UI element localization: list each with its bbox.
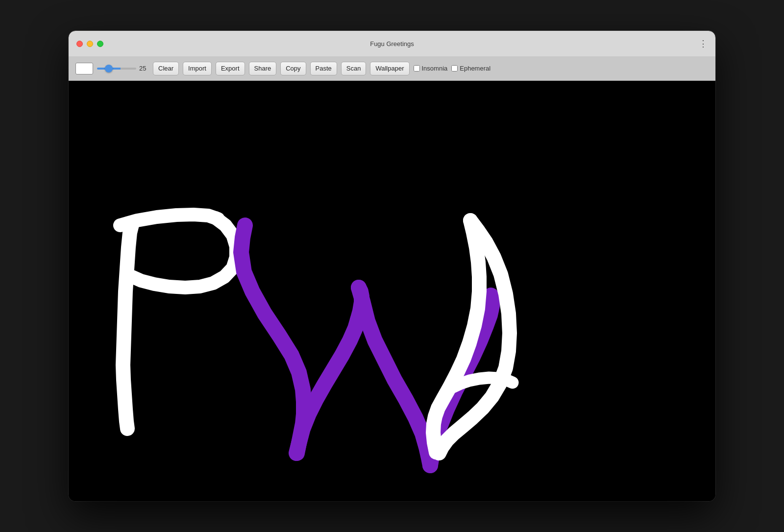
share-button[interactable]: Share bbox=[249, 62, 277, 75]
scan-button[interactable]: Scan bbox=[341, 62, 367, 75]
wallpaper-button[interactable]: Wallpaper bbox=[370, 62, 409, 75]
import-button[interactable]: Import bbox=[183, 62, 212, 75]
insomnia-text: Insomnia bbox=[422, 65, 448, 72]
color-swatch[interactable] bbox=[75, 63, 93, 74]
ephemeral-checkbox[interactable] bbox=[451, 65, 458, 72]
brush-size-value: 25 bbox=[139, 65, 149, 72]
insomnia-checkbox[interactable] bbox=[414, 65, 420, 72]
titlebar: Fugu Greetings ⋮ bbox=[69, 31, 715, 56]
ephemeral-text: Ephemeral bbox=[460, 65, 490, 72]
insomnia-label[interactable]: Insomnia bbox=[414, 65, 448, 72]
ephemeral-label[interactable]: Ephemeral bbox=[451, 65, 490, 72]
close-button[interactable] bbox=[76, 41, 83, 47]
maximize-button[interactable] bbox=[97, 41, 103, 47]
export-button[interactable]: Export bbox=[216, 62, 245, 75]
minimize-button[interactable] bbox=[87, 41, 93, 47]
brush-size-slider[interactable] bbox=[97, 68, 136, 70]
pwa-drawing bbox=[69, 81, 715, 501]
paste-button[interactable]: Paste bbox=[310, 62, 337, 75]
toolbar: 25 Clear Import Export Share Copy Paste … bbox=[69, 56, 715, 81]
app-window: Fugu Greetings ⋮ 25 Clear Import Export … bbox=[69, 31, 715, 501]
window-title: Fugu Greetings bbox=[370, 40, 414, 48]
drawing-canvas[interactable] bbox=[69, 81, 715, 501]
copy-button[interactable]: Copy bbox=[280, 62, 306, 75]
traffic-lights bbox=[76, 41, 103, 47]
clear-button[interactable]: Clear bbox=[153, 62, 179, 75]
brush-size-control: 25 bbox=[97, 65, 149, 72]
menu-dots-icon[interactable]: ⋮ bbox=[699, 38, 708, 49]
